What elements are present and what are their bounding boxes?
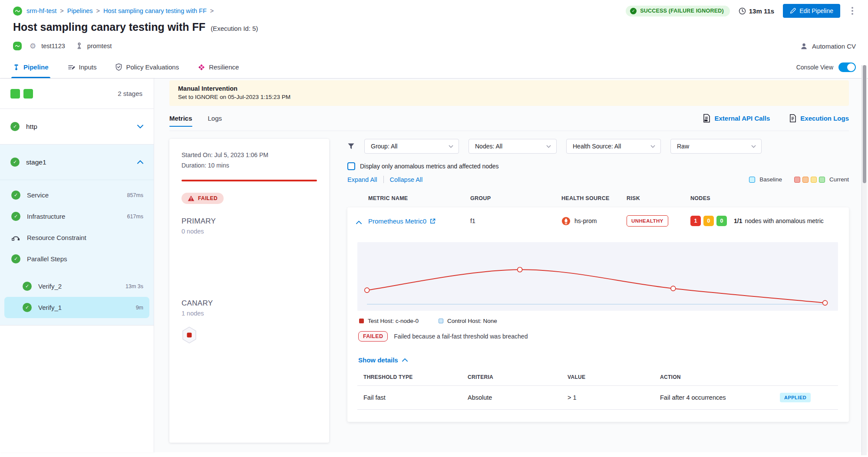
tab-policy-evaluations[interactable]: Policy Evaluations [116, 56, 179, 78]
metrics-table-header: METRIC NAME GROUP HEALTH SOURCE RISK NOD… [347, 195, 849, 201]
col-value: VALUE [568, 374, 660, 380]
success-check-icon [23, 282, 32, 291]
canary-node-hexagon[interactable] [182, 326, 317, 345]
environment-name[interactable]: promtest [87, 43, 112, 49]
metric-row[interactable]: Prometheus Metric0 f1 hs-prom UNHEALTHY … [347, 207, 849, 234]
canary-label: CANARY [182, 299, 317, 308]
chevron-down-icon[interactable] [137, 125, 143, 128]
pipeline-icon [13, 64, 20, 71]
service-name[interactable]: test1123 [41, 43, 65, 49]
health-source-filter-select[interactable]: Health Source: All [566, 139, 661, 154]
step-label: Verify_2 [38, 283, 125, 290]
risk-badge: UNHEALTHY [627, 215, 668, 227]
chevron-up-icon [402, 358, 408, 362]
chevron-down-icon [751, 145, 756, 148]
breadcrumb-project[interactable]: srm-hf-test [26, 7, 56, 14]
collapse-all-link[interactable]: Collapse All [390, 176, 423, 183]
step-verify-1[interactable]: Verify_1 9m [4, 297, 149, 318]
edit-pipeline-button[interactable]: Edit Pipeline [783, 4, 840, 18]
expand-all-link[interactable]: Expand All [347, 176, 377, 183]
status-badge: SUCCESS (FAILURE IGNORED) [626, 6, 730, 16]
stage-row-stage1[interactable]: stage1 [0, 145, 154, 180]
tab-resilience-label: Resilience [209, 63, 239, 71]
breadcrumb: srm-hf-test > Pipelines > Host sampling … [26, 7, 214, 14]
metric-type-select[interactable]: Raw [670, 139, 762, 154]
prometheus-icon [561, 217, 571, 226]
gear-icon: ⚙ [30, 42, 36, 51]
test-host-legend: Test Host: c-node-0 [359, 318, 419, 324]
failed-badge: FAILED [358, 331, 388, 342]
current-legend-label: Current [829, 176, 849, 183]
external-api-calls-link[interactable]: External API Calls [703, 114, 770, 123]
step-parallel-steps[interactable]: Parallel Steps [4, 248, 149, 270]
tab-inputs[interactable]: Inputs [68, 56, 97, 78]
stage-status-squares [10, 89, 33, 99]
environment-label: promtest [87, 43, 112, 49]
verification-status-badge: FAILED [182, 193, 224, 204]
collapse-row-chevron-icon[interactable] [356, 218, 362, 226]
kebab-menu-icon[interactable] [849, 5, 856, 16]
control-host-label: Control Host: None [447, 318, 497, 324]
page-title: Host sampling canary testing with FF [13, 21, 205, 33]
metric-name-link[interactable]: Prometheus Metric0 [368, 217, 470, 225]
tab-logs[interactable]: Logs [208, 106, 222, 131]
vertical-scrollbar[interactable] [861, 65, 867, 455]
execution-duration: 13m 11s [739, 7, 774, 15]
status-badge-label: SUCCESS (FAILURE IGNORED) [640, 8, 724, 14]
scrollbar-thumb[interactable] [863, 65, 866, 183]
show-details-link[interactable]: Show details [357, 356, 838, 364]
chevron-up-icon[interactable] [137, 160, 143, 164]
stage-count: 2 stages [118, 90, 142, 97]
primary-node-count: 0 nodes [182, 228, 317, 235]
node-count-red-badge: 1 [690, 216, 701, 226]
breadcrumb-pipelines[interactable]: Pipelines [67, 7, 93, 14]
step-verify-2[interactable]: Verify_2 13m 3s [4, 276, 149, 297]
node-count-yellow-badge: 0 [703, 216, 714, 226]
step-label: Parallel Steps [27, 255, 143, 263]
control-host-legend: Control Host: None [439, 318, 497, 324]
stage-row-http[interactable]: http [0, 109, 154, 145]
tab-resilience[interactable]: Resilience [198, 56, 239, 78]
current-green-swatch [819, 177, 825, 183]
current-red-swatch [794, 177, 800, 183]
success-check-icon [10, 122, 20, 131]
execution-logs-link[interactable]: Execution Logs [789, 114, 849, 123]
failure-reason-text: Failed because a fail-fast threshold was… [394, 333, 528, 340]
divider [383, 176, 384, 183]
document-icon [789, 114, 796, 123]
anomalous-filter-checkbox[interactable] [347, 162, 355, 170]
step-infrastructure[interactable]: Infrastructure 617ms [4, 206, 149, 227]
manual-intervention-banner: Manual Intervention Set to IGNORE on 05-… [169, 80, 849, 106]
tab-pipeline[interactable]: Pipeline [13, 56, 49, 78]
current-orange-swatch [802, 177, 809, 183]
verification-status-label: FAILED [198, 195, 218, 201]
header-actions: SUCCESS (FAILURE IGNORED) 13m 11s Edit P… [626, 4, 856, 18]
step-service[interactable]: Service 857ms [4, 184, 149, 206]
chevron-down-icon [449, 145, 453, 148]
filter-funnel-icon[interactable] [347, 143, 355, 150]
control-host-swatch [439, 319, 443, 323]
stage-http-label: http [26, 123, 137, 131]
execution-logs-label: Execution Logs [800, 115, 849, 122]
pencil-icon [790, 8, 796, 14]
nodes-filter-select[interactable]: Nodes: All [469, 139, 557, 154]
success-check-icon [11, 212, 20, 221]
anomalous-filter-row: Display only anomalous metrics and affec… [347, 162, 849, 170]
meta-row: ⚙ test1123 promtest Automation CV [13, 40, 856, 52]
step-resource-constraint[interactable]: Resource Constraint [4, 227, 149, 248]
verify-tabs-row: Metrics Logs External API Calls Executio… [169, 106, 849, 131]
thresholds-header: THRESHOLD TYPE CRITERIA VALUE ACTION [357, 374, 838, 386]
stage-square-icon [10, 89, 20, 99]
shield-check-icon [116, 63, 122, 71]
breadcrumb-pipeline[interactable]: Host sampling canary testing with FF [103, 7, 207, 14]
check-icon [630, 8, 637, 14]
success-check-icon [23, 303, 32, 312]
title-row: Host sampling canary testing with FF (Ex… [13, 21, 856, 33]
step-label: Resource Constraint [27, 234, 143, 241]
group-filter-select[interactable]: Group: All [364, 139, 459, 154]
tab-metrics[interactable]: Metrics [169, 106, 192, 131]
edit-pipeline-label: Edit Pipeline [799, 7, 833, 14]
user-name: Automation CV [812, 43, 856, 50]
stage-block-stage1: stage1 Service 857ms Infrastructure 617m… [0, 145, 154, 325]
console-view-toggle[interactable] [838, 62, 856, 72]
